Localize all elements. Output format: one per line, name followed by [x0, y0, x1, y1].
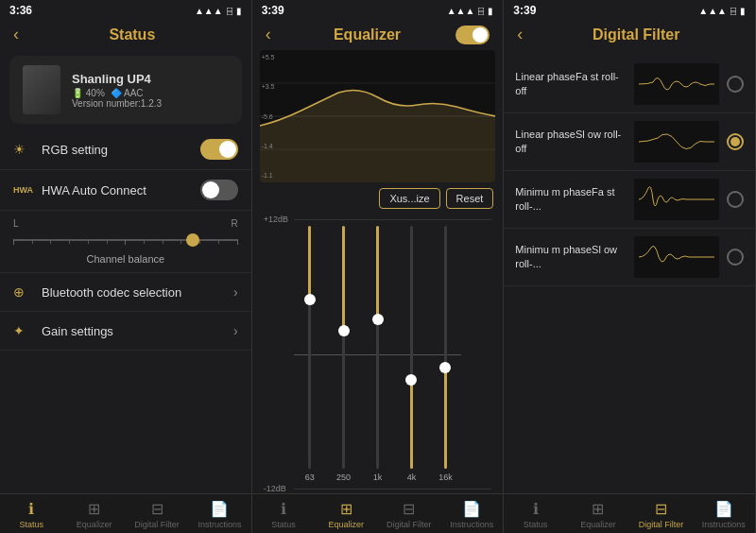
rgb-toggle[interactable] [200, 139, 238, 160]
reset-button[interactable]: Reset [446, 188, 494, 209]
band-63-label: 63 [305, 473, 315, 482]
band-4k: 4k [395, 226, 427, 482]
tab-instructions-1[interactable]: 📄 Instructions [188, 500, 250, 529]
band-250: 250 [328, 226, 360, 482]
plus12db-label: +12dB [264, 215, 294, 224]
band-16k-thumb[interactable] [439, 362, 451, 373]
band-63-thumb[interactable] [304, 294, 316, 305]
filter-wave-mp-slow [634, 236, 719, 278]
tab-status-3[interactable]: ℹ Status [504, 500, 566, 529]
band-250-track[interactable] [342, 226, 345, 469]
tab-filter-1[interactable]: ⊟ Digital Filter [126, 500, 188, 529]
status-tab-label: Status [19, 520, 43, 529]
filter-radio-lp-slow[interactable] [727, 133, 744, 150]
battery-level: 🔋 40% [72, 88, 105, 98]
back-button-2[interactable]: ‹ [266, 25, 271, 44]
filter-item-mp-fast[interactable]: Minimu m phaseFa st roll-... [504, 171, 755, 229]
digital-filter-panel: 3:39 ▲▲▲ ⌸ ▮ ‹ Digital Filter Linear pha… [504, 0, 756, 533]
band-4k-label: 4k [407, 473, 417, 482]
hwa-toggle[interactable] [200, 180, 238, 200]
device-card: Shanling UP4 🔋 40% 🔷 AAC Version number:… [9, 56, 242, 124]
device-version: Version number:1.2.3 [72, 98, 229, 109]
back-button-3[interactable]: ‹ [517, 25, 523, 44]
status-icons-3: ▲▲▲ ⌸ ▮ [698, 6, 746, 16]
eq-power-toggle[interactable] [455, 26, 490, 44]
tab-instructions-2[interactable]: 📄 Instructions [440, 500, 503, 529]
band-1k: 1k [362, 226, 394, 482]
status-bar-3: 3:39 ▲▲▲ ⌸ ▮ [504, 0, 755, 21]
status-tab-icon-2: ℹ [281, 500, 286, 518]
eq-tab-icon-3: ⊞ [592, 500, 604, 518]
band-1k-thumb[interactable] [372, 314, 384, 325]
bluetooth-label: Bluetooth codec selection [42, 285, 233, 300]
filter-info-mp-fast: Minimu m phaseFa st roll-... [515, 185, 627, 215]
back-button-1[interactable]: ‹ [13, 25, 19, 44]
band-1k-label: 1k [373, 473, 383, 482]
signal-icon-3: ▲▲▲ [698, 6, 727, 16]
filter-name-mp-fast: Minimu m phaseFa st roll-... [515, 185, 627, 215]
filter-name-mp-slow: Minimu m phaseSl ow roll-... [515, 243, 627, 272]
balance-thumb[interactable] [186, 233, 199, 247]
status-tab-icon: ℹ [28, 500, 34, 518]
instr-tab-icon-2: 📄 [462, 500, 481, 518]
tab-filter-3[interactable]: ⊟ Digital Filter [629, 500, 692, 529]
status-tab-label-2: Status [271, 520, 296, 529]
signal-icon: ▲▲▲ [195, 6, 223, 16]
db-label-3: -1.4 [262, 143, 275, 149]
band-16k-track[interactable] [444, 226, 447, 469]
svg-point-3 [39, 102, 44, 108]
time-3: 3:39 [513, 4, 536, 17]
tab-status-1[interactable]: ℹ Status [0, 500, 62, 529]
filter-info-mp-slow: Minimu m phaseSl ow roll-... [515, 243, 627, 272]
svg-rect-1 [27, 70, 56, 110]
battery-icon-3: ▮ [740, 6, 746, 16]
hwa-icon: HWA [13, 185, 34, 195]
instr-tab-icon: 📄 [210, 500, 229, 518]
filter-wave-lp-slow [634, 121, 719, 163]
balance-labels: L R [13, 218, 238, 229]
filter-info-lp-fast: Linear phaseFa st roll-off [515, 70, 627, 99]
eq-tab-label: Equalizer [77, 520, 112, 529]
gain-row[interactable]: ✦ Gain settings › [0, 312, 251, 351]
gain-arrow-icon: › [233, 323, 238, 338]
status-bar-2: 3:39 ▲▲▲ ⌸ ▮ [252, 0, 504, 21]
tab-filter-2[interactable]: ⊟ Digital Filter [378, 500, 440, 529]
customize-button[interactable]: Xus...ize [379, 188, 439, 209]
instr-tab-label: Instructions [198, 520, 241, 529]
nav-bar-1: ‹ Status [0, 21, 251, 50]
bluetooth-row[interactable]: ⊕ Bluetooth codec selection › [0, 273, 251, 312]
rgb-label: RGB setting [42, 143, 200, 157]
instr-tab-icon-3: 📄 [714, 500, 733, 518]
hwa-setting-row: HWA HWA Auto Connect [0, 170, 251, 211]
svg-rect-4 [36, 77, 47, 78]
wifi-icon-2: ⌸ [478, 6, 484, 16]
band-63-track[interactable] [308, 226, 311, 469]
rgb-icon: ☀ [13, 142, 34, 157]
band-250-thumb[interactable] [338, 325, 350, 336]
eq-db-labels: +5.5 +3.5 -5.6 -1.4 -1.1 [260, 50, 277, 182]
tab-status-2[interactable]: ℹ Status [252, 500, 315, 529]
equalizer-panel: 3:39 ▲▲▲ ⌸ ▮ ‹ Equalizer +5.5 +3.5 -5.6 … [252, 0, 505, 533]
band-1k-track[interactable] [376, 226, 379, 469]
db-label-0: +5.5 [262, 54, 275, 60]
tab-equalizer-3[interactable]: ⊞ Equalizer [567, 500, 629, 529]
filter-item-mp-slow[interactable]: Minimu m phaseSl ow roll-... [504, 229, 755, 286]
battery-icon-2: ▮ [488, 6, 493, 16]
filter-item-lp-slow[interactable]: Linear phaseSl ow roll-off [504, 113, 755, 171]
filter-radio-mp-slow[interactable] [727, 249, 744, 266]
band-4k-thumb[interactable] [405, 374, 417, 386]
filter-radio-lp-fast[interactable] [727, 76, 744, 93]
balance-left-label: L [13, 218, 19, 229]
filter-item-lp-fast[interactable]: Linear phaseFa st roll-off [504, 56, 755, 113]
filter-radio-mp-fast[interactable] [727, 191, 744, 208]
eq-sliders-area: +12dB 63 250 [252, 215, 504, 493]
tab-instructions-3[interactable]: 📄 Instructions [693, 500, 755, 529]
status-icons-1: ▲▲▲ ⌸ ▮ [195, 6, 242, 16]
balance-track[interactable] [13, 231, 238, 249]
filter-tab-icon-2: ⊟ [403, 500, 415, 518]
device-meta: 🔋 40% 🔷 AAC [72, 88, 229, 98]
band-4k-track[interactable] [410, 226, 413, 469]
tab-equalizer-1[interactable]: ⊞ Equalizer [62, 500, 125, 529]
tab-equalizer-2[interactable]: ⊞ Equalizer [315, 500, 377, 529]
bluetooth-arrow-icon: › [233, 284, 238, 300]
